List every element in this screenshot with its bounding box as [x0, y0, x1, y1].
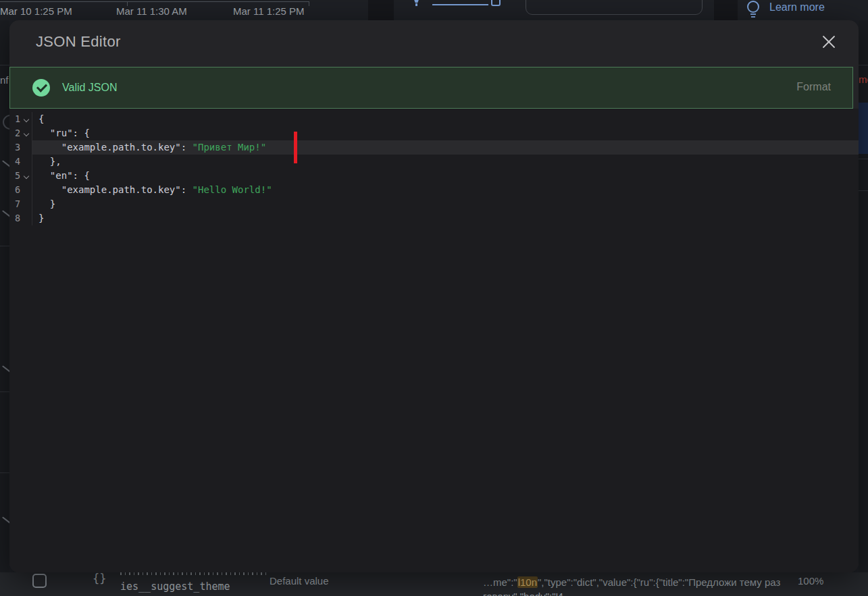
line-number[interactable]: 7 [9, 197, 32, 211]
progress-percent: 100% [798, 575, 823, 587]
search-input[interactable] [526, 0, 703, 15]
row-key-name: ies__suggest_theme [120, 580, 230, 593]
editor-line[interactable]: 2 "ru": { [9, 126, 859, 140]
preview-prefix: …me":" [483, 576, 517, 588]
line-number[interactable]: 3 [9, 140, 32, 155]
row-divider [0, 391, 9, 392]
code-line-text: { [32, 112, 859, 126]
link-fragment[interactable] [432, 4, 488, 5]
background-block [368, 0, 394, 20]
code-line-text: }, [32, 155, 859, 169]
fold-chevron-icon[interactable] [24, 132, 28, 136]
sparkline-fragment [2, 365, 9, 373]
validation-banner: Valid JSON Format [9, 67, 853, 109]
editor-line[interactable]: 5 "en": { [9, 169, 859, 183]
dialog-header: JSON Editor [9, 20, 859, 67]
row-divider [0, 472, 9, 473]
editor-line[interactable]: 6 "example.path.to.key": "Hello World!" [9, 183, 859, 197]
braces-icon: {} [93, 572, 106, 585]
background-block [714, 0, 738, 20]
row-json-preview: …me":"l10n","type":"dict","value":{"ru":… [483, 575, 784, 596]
json-editor-dialog: JSON Editor Valid JSON Format 1{2 "ru": … [9, 20, 859, 572]
row-divider [859, 190, 868, 191]
code-line-text: "ru": { [32, 126, 859, 140]
filter-icon [412, 0, 421, 6]
code-line-text: } [32, 197, 859, 211]
code-line-text: "example.path.to.key": "Hello World!" [32, 183, 859, 197]
row-divider [859, 65, 868, 65]
editor-line[interactable]: 3 "example.path.to.key": "Привет Мир!" [9, 140, 859, 155]
search-match-highlight: l10n [517, 576, 538, 588]
check-circle-icon [32, 79, 50, 97]
editor-line[interactable]: 4 }, [9, 155, 859, 169]
close-icon[interactable] [819, 32, 838, 51]
background-right-strip: me [859, 20, 868, 572]
fold-chevron-icon[interactable] [24, 117, 28, 122]
learn-more-link[interactable]: Learn more [769, 1, 825, 13]
line-number[interactable]: 5 [9, 169, 32, 183]
clipped-label-fragment: me [859, 74, 868, 85]
line-number[interactable]: 4 [9, 155, 32, 169]
editor-line[interactable]: 7 } [9, 197, 859, 211]
row-checkbox[interactable] [32, 574, 47, 588]
table-row[interactable]: {} ies__suggest_theme Default value …me"… [0, 572, 868, 596]
timeline-label: Mar 11 1:30 AM [116, 5, 187, 17]
default-value-label: Default value [270, 575, 329, 587]
text-cursor [294, 132, 297, 163]
fold-chevron-icon[interactable] [24, 174, 28, 179]
row-divider [0, 65, 9, 65]
background-left-strip: nf [0, 20, 9, 572]
preview-suffix: ","type":"dict","value":{"ru":{"title":"… [538, 576, 765, 588]
sparkline-fragment [2, 516, 9, 524]
lightbulb-icon [744, 0, 762, 19]
code-editor[interactable]: 1{2 "ru": {3 "example.path.to.key": "При… [9, 109, 859, 572]
chart-axis-tick [309, 1, 309, 6]
code-line-text: } [32, 211, 859, 225]
row-divider [859, 159, 868, 159]
dialog-title: JSON Editor [36, 33, 121, 51]
row-divider [0, 246, 9, 246]
validation-status-label: Valid JSON [62, 82, 118, 94]
chart-axis-line [0, 1, 309, 2]
circle-fragment [3, 115, 9, 130]
editor-lines: 1{2 "ru": {3 "example.path.to.key": "При… [9, 112, 859, 225]
sparkline-fragment [2, 210, 9, 217]
background-topbar: Mar 10 1:25 PM Mar 11 1:30 AM Mar 11 1:2… [0, 0, 868, 20]
editor-line[interactable]: 1{ [9, 112, 859, 126]
code-line-text: "example.path.to.key": "Привет Мир!" [32, 140, 859, 155]
format-button[interactable]: Format [796, 81, 831, 93]
code-line-text: "en": { [32, 169, 859, 183]
line-number[interactable]: 1 [9, 112, 32, 126]
external-link-icon[interactable] [491, 0, 501, 6]
sparkline-fragment [2, 160, 9, 167]
timeline-label: Mar 11 1:25 PM [233, 5, 305, 17]
line-number[interactable]: 2 [9, 126, 32, 140]
clipped-label-fragment: nf [0, 74, 9, 86]
timeline-label: Mar 10 1:25 PM [0, 5, 72, 17]
clipped-text-fragment [120, 572, 267, 575]
editor-line[interactable]: 8} [9, 211, 859, 225]
selected-row-fragment [859, 103, 868, 154]
line-number[interactable]: 8 [9, 211, 32, 225]
line-number[interactable]: 6 [9, 183, 32, 197]
